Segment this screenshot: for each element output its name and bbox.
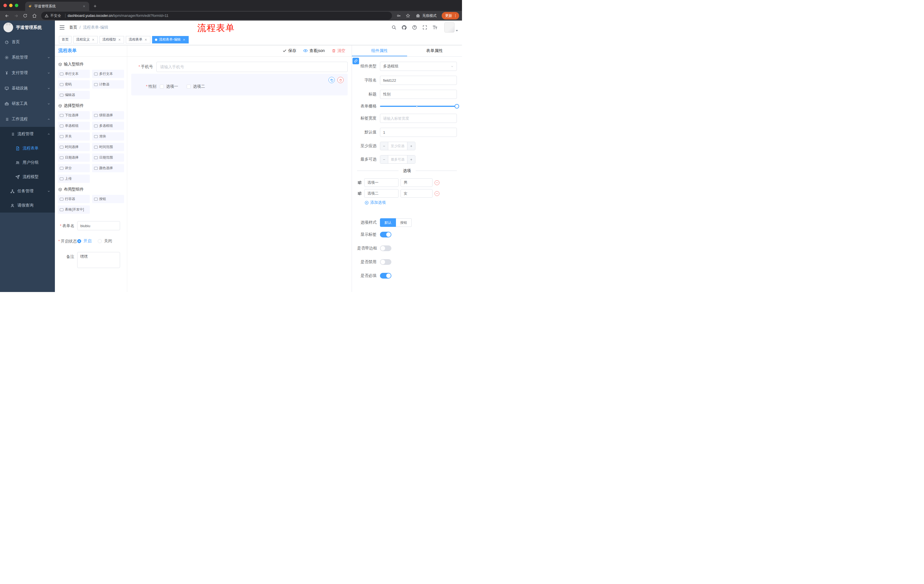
palette-item-editor[interactable]: 编辑器: [58, 91, 90, 99]
palette-item-time-range[interactable]: 时间范围: [92, 143, 124, 151]
window-zoom-button[interactable]: [15, 4, 18, 7]
sidebar-item-process-form[interactable]: 流程表单: [0, 141, 55, 155]
palette-item-select[interactable]: 下拉选择: [58, 111, 90, 119]
reload-button[interactable]: [21, 12, 29, 20]
add-option-button[interactable]: 添加选项: [365, 200, 457, 205]
palette-item-single-text[interactable]: 单行文本: [58, 70, 90, 78]
border-toggle[interactable]: [380, 245, 391, 251]
palette-item-date-picker[interactable]: 日期选择: [58, 153, 90, 162]
field-name-input[interactable]: [380, 76, 457, 85]
radio-on-icon[interactable]: [77, 239, 81, 243]
search-icon[interactable]: [391, 25, 396, 30]
label-width-input[interactable]: [380, 114, 457, 123]
kebab-menu-icon[interactable]: [454, 14, 457, 18]
view-json-button[interactable]: 查看json: [303, 48, 325, 53]
tag-process-definition[interactable]: 流程定义: [73, 36, 98, 43]
canvas-body[interactable]: 手机号: [127, 57, 351, 292]
hamburger-icon[interactable]: [59, 24, 65, 31]
checkbox-option-2[interactable]: 选项二: [187, 84, 205, 89]
browser-tab[interactable]: 芋道管理系统: [25, 2, 89, 11]
help-icon[interactable]: [412, 25, 417, 30]
palette-item-radio-group[interactable]: 单选框组: [58, 122, 90, 130]
remove-option-button[interactable]: [434, 180, 439, 185]
sidebar-item-process-model[interactable]: 流程模型: [0, 170, 55, 184]
delete-field-button[interactable]: [337, 77, 344, 83]
palette-item-rate[interactable]: 评分: [58, 164, 90, 172]
slider-handle[interactable]: [455, 104, 459, 109]
default-value-input[interactable]: [380, 128, 457, 137]
sidebar-item-infrastructure[interactable]: 基础设施: [0, 81, 55, 96]
tag-process-model[interactable]: 流程模型: [99, 36, 124, 43]
sidebar-item-process-mgmt[interactable]: 流程管理: [0, 127, 55, 141]
fullscreen-icon[interactable]: [422, 25, 427, 30]
checkbox-option-1[interactable]: 选项一: [160, 84, 178, 89]
increment-button[interactable]: [407, 142, 415, 150]
sidebar-item-payment[interactable]: 支付管理: [0, 65, 55, 81]
increment-button[interactable]: [407, 155, 415, 163]
user-menu[interactable]: [444, 22, 458, 33]
new-tab-button[interactable]: [91, 2, 99, 10]
tag-home[interactable]: 首页: [59, 36, 71, 43]
security-label[interactable]: 不安全: [50, 13, 61, 18]
show-label-toggle[interactable]: [380, 232, 391, 237]
palette-item-button[interactable]: 按钮: [92, 195, 124, 203]
tag-process-form[interactable]: 流程表单: [126, 36, 150, 43]
copy-field-button[interactable]: [328, 77, 335, 83]
palette-item-row-container[interactable]: 行容器: [58, 195, 90, 203]
style-default-button[interactable]: 默认: [380, 218, 396, 227]
tag-close-icon[interactable]: [118, 38, 121, 41]
link-badge[interactable]: [353, 58, 359, 64]
option-label-input[interactable]: [364, 189, 399, 198]
title-input[interactable]: [380, 90, 457, 99]
palette-item-slider[interactable]: 滑块: [92, 132, 124, 141]
decrement-button[interactable]: [380, 155, 388, 163]
tag-close-icon[interactable]: [91, 38, 95, 41]
palette-item-upload[interactable]: 上传: [58, 174, 90, 183]
grid-slider[interactable]: [380, 106, 457, 107]
canvas-field-gender-selected[interactable]: 性别 选项一 选项二: [131, 74, 348, 95]
breadcrumb-home[interactable]: 首页: [69, 25, 77, 30]
key-icon[interactable]: [395, 12, 403, 20]
form-remark-textarea[interactable]: [77, 252, 120, 268]
drag-handle-icon[interactable]: [357, 180, 362, 185]
sidebar-item-system[interactable]: 系统管理: [0, 50, 55, 65]
tag-process-form-edit[interactable]: 流程表单-编辑: [152, 36, 189, 43]
palette-item-date-range[interactable]: 日期范围: [92, 153, 124, 162]
sidebar-logo[interactable]: 芋道管理系统: [0, 21, 55, 34]
palette-item-time-picker[interactable]: 时间选择: [58, 143, 90, 151]
checkbox-icon[interactable]: [160, 85, 164, 89]
save-button[interactable]: 保存: [282, 48, 296, 53]
min-select-value[interactable]: 至少应选: [388, 142, 407, 150]
github-icon[interactable]: [401, 25, 407, 30]
style-button-button[interactable]: 按钮: [396, 218, 412, 227]
home-button[interactable]: [30, 12, 38, 20]
tab-form-props[interactable]: 表单属性: [407, 45, 462, 56]
option-value-input[interactable]: [401, 178, 432, 187]
palette-item-password[interactable]: 密码: [58, 80, 90, 89]
radio-off-icon[interactable]: [98, 239, 102, 243]
sidebar-item-home[interactable]: 首页: [0, 34, 55, 50]
max-select-value[interactable]: 最多可选: [388, 155, 407, 163]
decrement-button[interactable]: [380, 142, 388, 150]
phone-input[interactable]: [157, 62, 348, 72]
update-button[interactable]: 更新: [442, 12, 459, 20]
forward-button[interactable]: [12, 12, 20, 20]
tag-close-icon[interactable]: [182, 38, 186, 41]
option-label-input[interactable]: [364, 178, 399, 187]
address-bar[interactable]: 不安全 dashboard.yudao.iocoder.cn /bpm/mana…: [41, 12, 392, 20]
window-close-button[interactable]: [3, 4, 7, 7]
palette-item-checkbox-group[interactable]: 多选框组: [92, 122, 124, 130]
sidebar-item-devtools[interactable]: 研发工具: [0, 96, 55, 112]
component-type-select[interactable]: 多选框组: [380, 62, 457, 71]
drag-handle-icon[interactable]: [357, 191, 362, 196]
tab-close-icon[interactable]: [82, 4, 86, 8]
palette-item-multi-text[interactable]: 多行文本: [92, 70, 124, 78]
avatar[interactable]: [444, 22, 455, 33]
bookmark-star-icon[interactable]: [404, 12, 412, 20]
option-value-input[interactable]: [401, 189, 432, 198]
form-name-input[interactable]: [77, 221, 120, 230]
sidebar-item-user-groups[interactable]: 用户分组: [0, 155, 55, 170]
tab-component-props[interactable]: 组件属性: [352, 45, 407, 56]
checkbox-icon[interactable]: [187, 85, 191, 89]
radio-off-label[interactable]: 关闭: [104, 239, 112, 244]
